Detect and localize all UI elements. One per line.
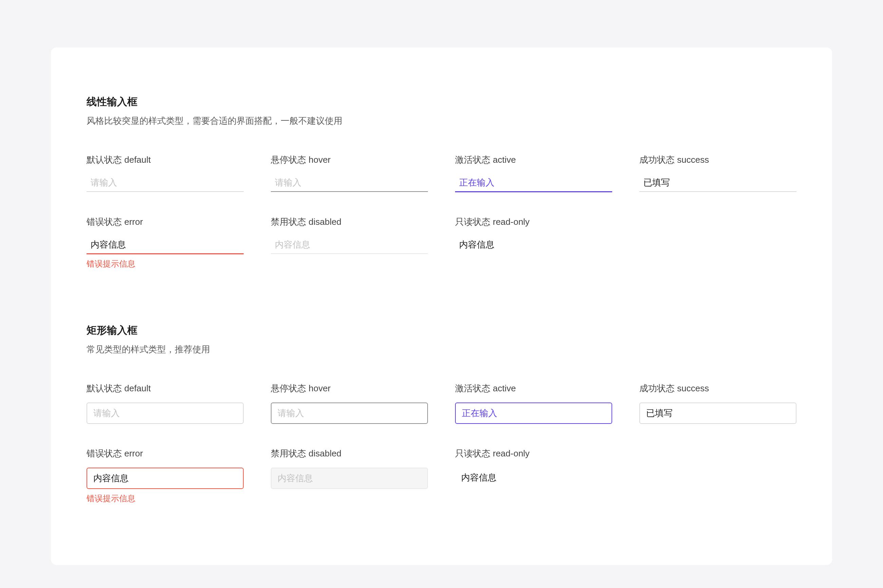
label-box-disabled: 禁用状态 disabled <box>271 448 428 459</box>
input-linear-success[interactable] <box>639 174 796 192</box>
field-box-hover: 悬停状态 hover <box>271 382 428 424</box>
field-linear-hover: 悬停状态 hover <box>271 154 428 192</box>
input-box-active[interactable] <box>455 402 612 424</box>
box-grid: 默认状态 default 悬停状态 hover 激活状态 active 成功状态… <box>87 382 796 504</box>
label-box-hover: 悬停状态 hover <box>271 382 428 394</box>
linear-grid: 默认状态 default 悬停状态 hover 激活状态 active 成功状态… <box>87 154 796 269</box>
field-box-active: 激活状态 active <box>455 382 612 424</box>
field-linear-default: 默认状态 default <box>87 154 244 192</box>
input-linear-default[interactable] <box>87 174 244 192</box>
field-box-success: 成功状态 success <box>639 382 796 424</box>
input-linear-hover[interactable] <box>271 174 428 192</box>
input-linear-active[interactable] <box>455 174 612 192</box>
label-linear-success: 成功状态 success <box>639 154 796 166</box>
section-linear-desc: 风格比较突显的样式类型，需要合适的界面搭配，一般不建议使用 <box>87 115 796 127</box>
input-box-disabled <box>271 468 428 489</box>
label-box-error: 错误状态 error <box>87 448 244 459</box>
section-box-desc: 常见类型的样式类型，推荐使用 <box>87 344 796 356</box>
field-box-error: 错误状态 error 错误提示信息 <box>87 448 244 504</box>
field-box-readonly: 只读状态 read-only <box>455 448 612 504</box>
label-linear-disabled: 禁用状态 disabled <box>271 216 428 228</box>
input-linear-disabled <box>271 236 428 254</box>
field-linear-success: 成功状态 success <box>639 154 796 192</box>
label-linear-hover: 悬停状态 hover <box>271 154 428 166</box>
field-linear-error: 错误状态 error 错误提示信息 <box>87 216 244 269</box>
empty-cell <box>639 216 796 269</box>
field-linear-disabled: 禁用状态 disabled <box>271 216 428 269</box>
input-box-readonly <box>455 468 612 488</box>
section-box: 矩形输入框 常见类型的样式类型，推荐使用 默认状态 default 悬停状态 h… <box>87 324 796 504</box>
label-linear-readonly: 只读状态 read-only <box>455 216 612 228</box>
field-box-disabled: 禁用状态 disabled <box>271 448 428 504</box>
input-box-default[interactable] <box>87 402 244 424</box>
error-msg-box: 错误提示信息 <box>87 493 244 504</box>
label-box-success: 成功状态 success <box>639 382 796 394</box>
card-container: 线性输入框 风格比较突显的样式类型，需要合适的界面搭配，一般不建议使用 默认状态… <box>51 48 832 565</box>
field-linear-readonly: 只读状态 read-only <box>455 216 612 269</box>
label-box-readonly: 只读状态 read-only <box>455 448 612 459</box>
input-linear-error[interactable] <box>87 236 244 254</box>
input-box-error[interactable] <box>87 468 244 489</box>
input-box-success[interactable] <box>639 402 796 424</box>
field-box-default: 默认状态 default <box>87 382 244 424</box>
input-linear-readonly <box>455 236 612 253</box>
empty-cell-2 <box>639 448 796 504</box>
label-linear-active: 激活状态 active <box>455 154 612 166</box>
section-linear-title: 线性输入框 <box>87 95 796 109</box>
input-box-hover[interactable] <box>271 402 428 424</box>
section-linear: 线性输入框 风格比较突显的样式类型，需要合适的界面搭配，一般不建议使用 默认状态… <box>87 95 796 269</box>
label-linear-error: 错误状态 error <box>87 216 244 228</box>
section-box-title: 矩形输入框 <box>87 324 796 338</box>
label-linear-default: 默认状态 default <box>87 154 244 166</box>
label-box-default: 默认状态 default <box>87 382 244 394</box>
label-box-active: 激活状态 active <box>455 382 612 394</box>
error-msg-linear: 错误提示信息 <box>87 258 244 269</box>
field-linear-active: 激活状态 active <box>455 154 612 192</box>
